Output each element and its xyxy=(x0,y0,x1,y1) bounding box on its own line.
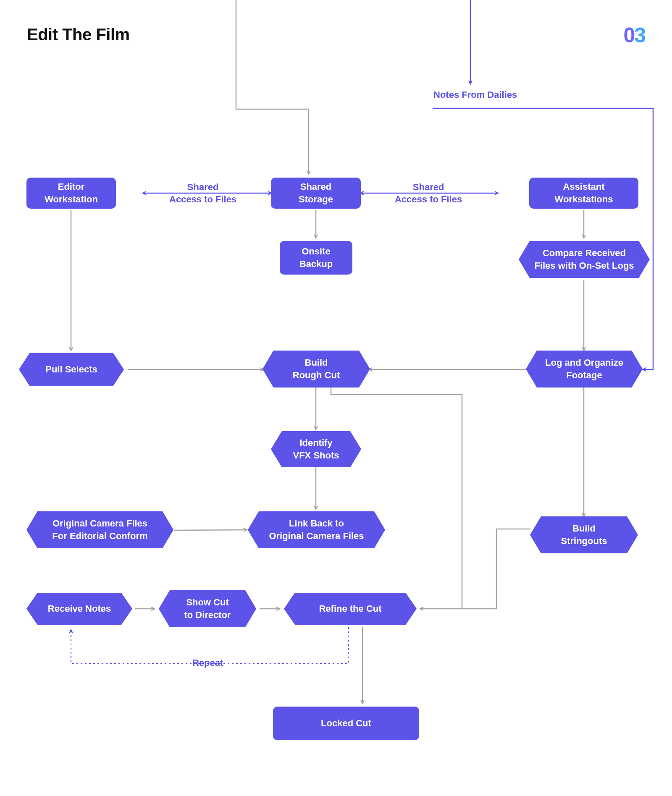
node-identify-vfx-shots: Identify VFX Shots xyxy=(271,431,361,467)
node-build-rough-cut: Build Rough Cut xyxy=(262,351,370,388)
node-compare-received-files: Compare Received Files with On-Set Logs xyxy=(519,241,650,278)
node-log-organize-footage: Log and Organize Footage xyxy=(526,351,643,388)
flowchart-arrows xyxy=(0,0,672,796)
label-shared-access-right: Shared Access to Files xyxy=(395,181,462,205)
node-locked-cut: Locked Cut xyxy=(273,707,419,740)
node-pull-selects: Pull Selects xyxy=(19,353,124,386)
svg-line-11 xyxy=(174,530,247,530)
node-link-back-original: Link Back to Original Camera Files xyxy=(248,511,385,548)
node-refine-the-cut: Refine the Cut xyxy=(284,593,417,625)
label-shared-access-left: Shared Access to Files xyxy=(169,181,236,205)
node-assistant-workstations: Assistant Workstations xyxy=(529,178,638,209)
node-onsite-backup: Onsite Backup xyxy=(280,241,352,275)
node-show-cut-to-director: Show Cut to Director xyxy=(159,590,256,627)
node-editor-workstation: Editor Workstation xyxy=(26,178,116,209)
label-repeat: Repeat xyxy=(192,657,223,669)
node-receive-notes: Receive Notes xyxy=(26,593,132,625)
page-title: Edit The Film xyxy=(27,25,130,44)
node-shared-storage: Shared Storage xyxy=(271,178,361,209)
node-original-camera-files: Original Camera Files For Editorial Conf… xyxy=(26,511,173,548)
node-build-stringouts: Build Stringouts xyxy=(530,516,638,553)
label-notes-from-dailies: Notes From Dailies xyxy=(433,89,517,101)
chapter-number: 03 xyxy=(623,23,645,47)
